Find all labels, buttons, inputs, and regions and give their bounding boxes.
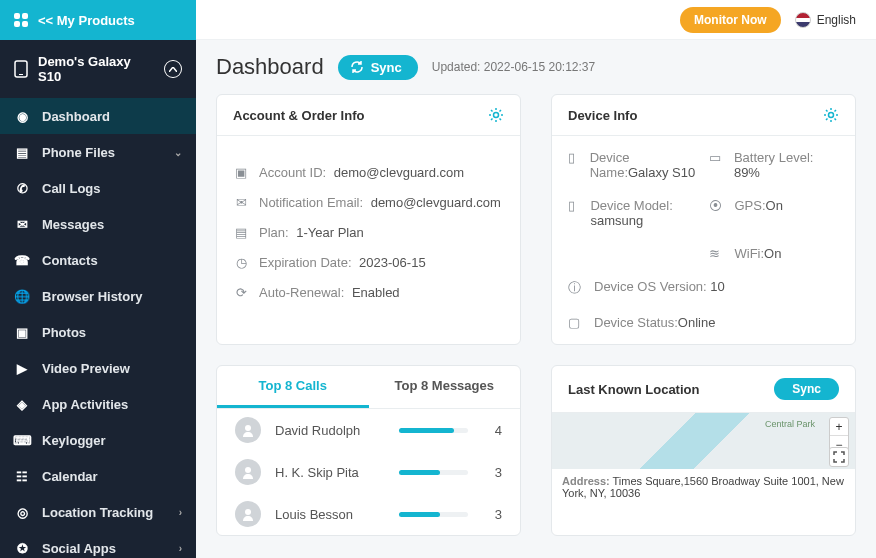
menu-icon: ✉ [14,216,30,232]
sidebar-item-messages[interactable]: ✉Messages [0,206,196,242]
sidebar-item-label: Calendar [42,469,98,484]
tab-top-messages[interactable]: Top 8 Messages [369,366,521,408]
menu-icon: ☷ [14,468,30,484]
sidebar-item-label: Social Apps [42,541,116,556]
sidebar-item-label: Video Preview [42,361,130,376]
svg-point-5 [245,467,251,473]
battery-icon: ▭ [709,150,724,165]
sidebar-item-phone-files[interactable]: ▤Phone Files⌄ [0,134,196,170]
flag-icon [795,12,811,28]
svg-point-6 [245,509,251,515]
avatar-icon [235,417,261,443]
call-row[interactable]: Louis Besson3 [217,493,520,535]
sidebar-item-label: Dashboard [42,109,110,124]
map-park-label: Central Park [765,419,815,429]
location-address: Address: Times Square,1560 Broadway Suit… [552,469,855,505]
svg-point-4 [245,425,251,431]
sidebar-item-label: Browser History [42,289,142,304]
call-bar [399,512,468,517]
my-products-link[interactable]: << My Products [0,0,196,40]
menu-icon: ⌨ [14,432,30,448]
call-row[interactable]: David Rudolph4 [217,409,520,451]
row-icon: ▤ [233,224,249,240]
menu-icon: 🌐 [14,288,30,304]
svg-rect-1 [19,74,23,75]
avatar-icon [235,459,261,485]
account-row: ▣Account ID: demo@clevguard.com [233,164,504,180]
fullscreen-icon[interactable] [829,447,849,467]
tab-top-calls[interactable]: Top 8 Calls [217,366,369,408]
account-card-title: Account & Order Info [233,108,364,123]
monitor-icon: ▢ [568,315,584,330]
avatar-icon [235,501,261,527]
sidebar-item-label: Phone Files [42,145,115,160]
row-icon: ⟳ [233,284,249,300]
device-name: Demo's Galaxy S10 [38,54,154,84]
sidebar-item-app-activities[interactable]: ◈App Activities [0,386,196,422]
account-row: ✉Notification Email: demo@clevguard.com [233,194,504,210]
sidebar-item-label: App Activities [42,397,128,412]
wifi-icon: ≋ [709,246,725,261]
sidebar-item-calendar[interactable]: ☷Calendar [0,458,196,494]
account-row: ▤Plan: 1-Year Plan [233,224,504,240]
device-card-title: Device Info [568,108,637,123]
location-sync-button[interactable]: Sync [774,378,839,400]
info-icon: ⓘ [568,279,584,297]
monitor-now-button[interactable]: Monitor Now [680,7,781,33]
location-icon: ⦿ [709,198,725,213]
sidebar-item-call-logs[interactable]: ✆Call Logs [0,170,196,206]
menu-icon: ◈ [14,396,30,412]
device-selector[interactable]: Demo's Galaxy S10 [0,40,196,98]
sidebar-item-social-apps[interactable]: ✪Social Apps› [0,530,196,558]
account-row: ◷Expiration Date: 2023-06-15 [233,254,504,270]
menu-icon: ☎ [14,252,30,268]
sidebar-item-label: Call Logs [42,181,101,196]
language-selector[interactable]: English [795,12,856,28]
account-row: ⟳Auto-Renewal: Enabled [233,284,504,300]
row-icon: ✉ [233,194,249,210]
chevron-up-icon [164,60,182,78]
gear-icon[interactable] [488,107,504,123]
gear-icon[interactable] [823,107,839,123]
call-count: 3 [482,507,502,522]
location-card-title: Last Known Location [568,382,699,397]
sidebar-item-contacts[interactable]: ☎Contacts [0,242,196,278]
chevron-icon: ⌄ [174,147,182,158]
sidebar-item-browser-history[interactable]: 🌐Browser History [0,278,196,314]
my-products-label: << My Products [38,13,135,28]
call-count: 3 [482,465,502,480]
sync-button[interactable]: Sync [338,55,418,80]
svg-point-2 [494,113,499,118]
sidebar-item-photos[interactable]: ▣Photos [0,314,196,350]
call-row[interactable]: H. K. Skip Pita3 [217,451,520,493]
call-bar [399,470,468,475]
sidebar-item-label: Photos [42,325,86,340]
sidebar-item-location-tracking[interactable]: ◎Location Tracking› [0,494,196,530]
menu-icon: ◎ [14,504,30,520]
svg-point-3 [829,113,834,118]
chevron-icon: › [179,507,182,518]
menu-icon: ✪ [14,540,30,556]
map-view[interactable]: Central Park + − [552,413,855,469]
page-title: Dashboard [216,54,324,80]
menu-icon: ▤ [14,144,30,160]
call-name: Louis Besson [275,507,385,522]
menu-icon: ▣ [14,324,30,340]
call-count: 4 [482,423,502,438]
language-label: English [817,13,856,27]
grid-icon [14,13,28,27]
row-icon: ▣ [233,164,249,180]
sidebar-item-dashboard[interactable]: ◉Dashboard [0,98,196,134]
sidebar-item-keylogger[interactable]: ⌨Keylogger [0,422,196,458]
sidebar-item-label: Contacts [42,253,98,268]
menu-icon: ✆ [14,180,30,196]
sync-label: Sync [371,60,402,75]
call-name: H. K. Skip Pita [275,465,385,480]
zoom-in-button[interactable]: + [830,418,848,436]
call-name: David Rudolph [275,423,385,438]
phone-icon [14,60,28,78]
refresh-icon [350,60,364,74]
phone-icon: ▯ [568,150,580,165]
sidebar-item-video-preview[interactable]: ▶Video Preview [0,350,196,386]
chevron-icon: › [179,543,182,554]
